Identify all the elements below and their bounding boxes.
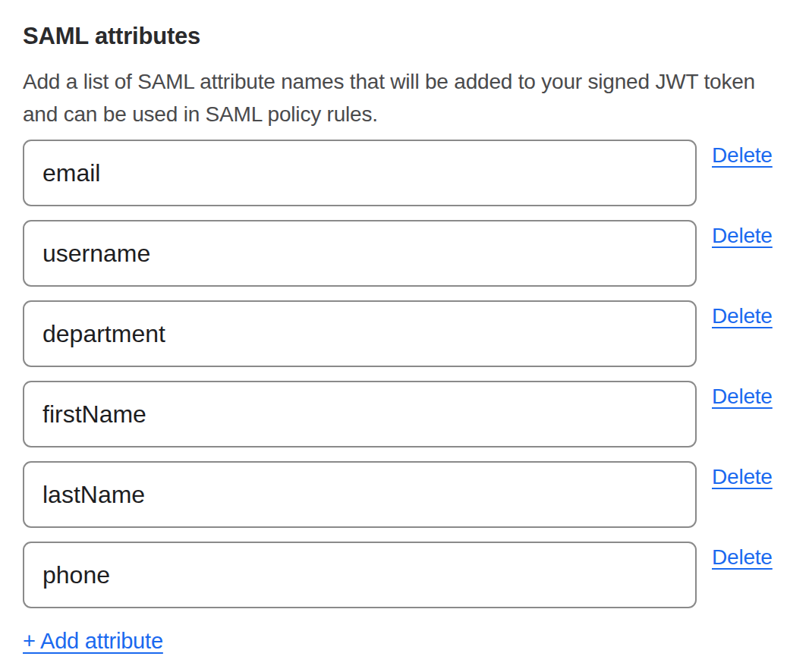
attribute-input-email[interactable] — [23, 140, 697, 206]
attribute-input-lastname[interactable] — [23, 461, 697, 528]
attribute-input-phone[interactable] — [23, 542, 697, 608]
add-attribute-link[interactable]: + Add attribute — [23, 629, 163, 653]
delete-link[interactable]: Delete — [712, 546, 773, 569]
attribute-row: Delete — [23, 220, 786, 287]
attribute-row: Delete — [23, 542, 786, 608]
section-description-line-2: and can be used in SAML policy rules. — [23, 98, 786, 130]
section-description-line-1: Add a list of SAML attribute names that … — [23, 65, 786, 98]
attribute-input-department[interactable] — [23, 300, 697, 367]
add-attribute-row: + Add attribute — [23, 630, 786, 652]
section-title: SAML attributes — [23, 21, 786, 52]
attribute-input-username[interactable] — [23, 220, 697, 287]
delete-link[interactable]: Delete — [712, 385, 773, 408]
attribute-row: Delete — [23, 461, 786, 528]
attribute-rows: Delete Delete Delete Delete Delete Delet… — [23, 140, 786, 608]
attribute-row: Delete — [23, 381, 786, 447]
delete-link[interactable]: Delete — [712, 466, 773, 488]
delete-link[interactable]: Delete — [712, 144, 773, 167]
attribute-row: Delete — [23, 140, 786, 206]
saml-attributes-section: SAML attributes Add a list of SAML attri… — [0, 0, 809, 672]
attribute-row: Delete — [23, 300, 786, 367]
delete-link[interactable]: Delete — [712, 305, 773, 328]
attribute-input-firstname[interactable] — [23, 381, 697, 447]
section-description: Add a list of SAML attribute names that … — [23, 65, 786, 130]
delete-link[interactable]: Delete — [712, 225, 773, 247]
